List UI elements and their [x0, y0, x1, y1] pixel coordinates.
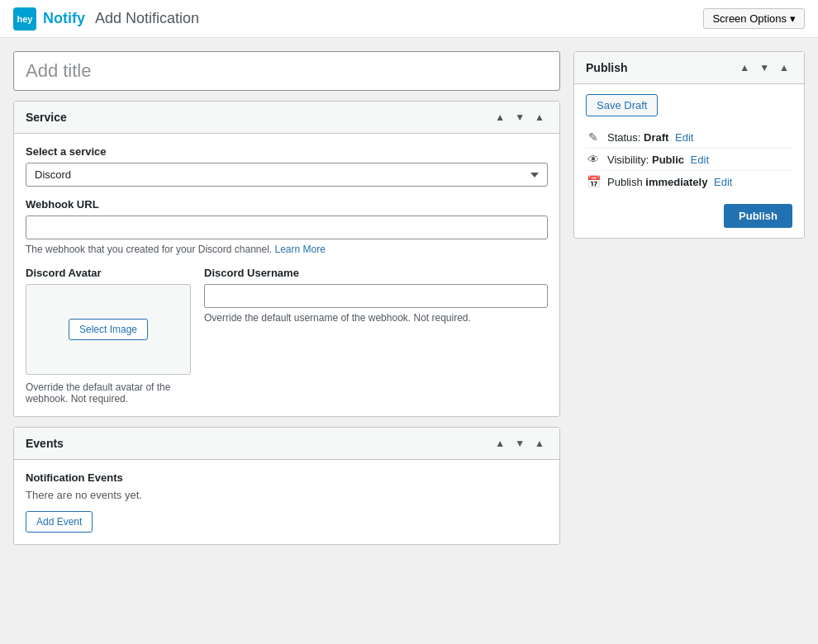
- publish-btn-wrap: Publish: [586, 204, 792, 228]
- webhook-help: The webhook that you created for your Di…: [26, 244, 548, 255]
- events-panel: Events ▲ ▼ ▲ Notification Events There a…: [13, 427, 560, 545]
- content-area: Service ▲ ▼ ▲ Select a service Discord S…: [13, 51, 560, 631]
- publish-panel-title: Publish: [586, 61, 628, 74]
- service-panel-controls: ▲ ▼ ▲: [492, 110, 548, 125]
- status-row: ✎ Status: Draft Edit: [586, 126, 792, 148]
- publish-panel-header: Publish ▲ ▼ ▲: [574, 52, 804, 84]
- events-panel-controls: ▲ ▼ ▲: [492, 436, 548, 451]
- avatar-col: Discord Avatar Select Image Override the…: [26, 267, 191, 405]
- webhook-url-group: Webhook URL The webhook that you created…: [26, 198, 548, 255]
- username-label: Discord Username: [204, 267, 548, 279]
- panel-toggle-button[interactable]: ▲: [531, 110, 548, 125]
- header-left: hey Notify Add Notification: [13, 7, 199, 31]
- service-select[interactable]: Discord Slack Email SMS: [26, 163, 548, 187]
- calendar-icon: 📅: [586, 175, 601, 188]
- username-input[interactable]: [204, 284, 548, 308]
- panel-collapse-down-button[interactable]: ▼: [511, 110, 528, 125]
- publish-toggle-button[interactable]: ▲: [776, 60, 792, 75]
- learn-more-link[interactable]: Learn More: [275, 244, 326, 255]
- username-help: Override the default username of the web…: [204, 312, 548, 324]
- events-collapse-up-button[interactable]: ▲: [492, 436, 508, 451]
- select-service-group: Select a service Discord Slack Email SMS: [26, 145, 548, 187]
- brand-name: Notify: [43, 10, 85, 27]
- service-panel-body: Select a service Discord Slack Email SMS…: [14, 134, 559, 416]
- events-subtitle: Notification Events: [26, 471, 548, 484]
- avatar-username-row: Discord Avatar Select Image Override the…: [26, 267, 548, 405]
- avatar-box: Select Image: [26, 284, 191, 375]
- webhook-input[interactable]: [26, 215, 548, 239]
- publish-time-row: 📅 Publish immediately Edit: [586, 170, 792, 192]
- select-service-label: Select a service: [26, 145, 548, 158]
- post-title-input[interactable]: [13, 51, 560, 91]
- page-title: Add Notification: [95, 10, 199, 27]
- hey-logo: hey: [13, 7, 36, 31]
- main-layout: Service ▲ ▼ ▲ Select a service Discord S…: [0, 38, 818, 644]
- visibility-icon: 👁: [586, 153, 601, 166]
- events-panel-header: Events ▲ ▼ ▲: [14, 428, 559, 460]
- publish-body: Save Draft ✎ Status: Draft Edit 👁 Visi: [574, 84, 804, 238]
- events-collapse-down-button[interactable]: ▼: [511, 436, 528, 451]
- status-edit-link[interactable]: Edit: [675, 131, 693, 144]
- avatar-label: Discord Avatar: [26, 267, 191, 279]
- avatar-help: Override the default avatar of the webho…: [26, 381, 191, 405]
- events-body: Notification Events There are no events …: [14, 460, 559, 544]
- service-panel-title: Service: [26, 111, 67, 124]
- screen-options-button[interactable]: Screen Options ▾: [703, 8, 805, 29]
- publish-controls: ▲ ▼ ▲: [736, 60, 792, 75]
- username-col: Discord Username Override the default us…: [204, 267, 548, 405]
- publish-time-edit-link[interactable]: Edit: [714, 176, 732, 188]
- events-panel-title: Events: [26, 437, 64, 450]
- service-panel-header: Service ▲ ▼ ▲: [14, 102, 559, 134]
- service-panel: Service ▲ ▼ ▲ Select a service Discord S…: [13, 101, 560, 417]
- header: hey Notify Add Notification Screen Optio…: [0, 0, 818, 38]
- status-icon: ✎: [586, 130, 601, 144]
- save-draft-button[interactable]: Save Draft: [586, 94, 658, 116]
- select-image-button[interactable]: Select Image: [69, 319, 148, 340]
- sidebar: Publish ▲ ▼ ▲ Save Draft ✎ Status: Draft…: [573, 51, 805, 631]
- panel-collapse-up-button[interactable]: ▲: [492, 110, 508, 125]
- add-event-button[interactable]: Add Event: [26, 511, 93, 533]
- visibility-edit-link[interactable]: Edit: [691, 154, 709, 166]
- publish-button[interactable]: Publish: [724, 204, 792, 228]
- chevron-down-icon: ▾: [790, 12, 796, 25]
- publish-collapse-down-button[interactable]: ▼: [756, 60, 773, 75]
- events-toggle-button[interactable]: ▲: [531, 436, 548, 451]
- visibility-row: 👁 Visibility: Public Edit: [586, 148, 792, 170]
- publish-collapse-up-button[interactable]: ▲: [736, 60, 753, 75]
- webhook-label: Webhook URL: [26, 198, 548, 211]
- events-empty-text: There are no events yet.: [26, 489, 548, 501]
- publish-panel: Publish ▲ ▼ ▲ Save Draft ✎ Status: Draft…: [573, 51, 805, 239]
- publish-meta-list: ✎ Status: Draft Edit 👁 Visibility: Publi…: [586, 126, 792, 192]
